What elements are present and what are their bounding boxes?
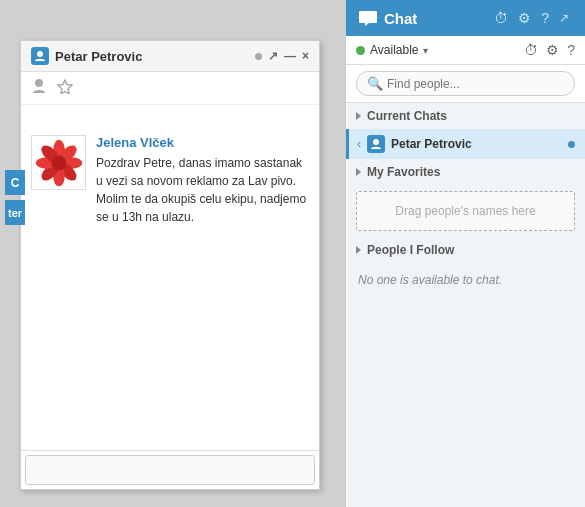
svg-point-11 (51, 155, 66, 170)
clock-icon[interactable]: ⏱ (524, 42, 538, 58)
window-controls: ↗ — × (268, 50, 309, 62)
chat-list-item[interactable]: ‹ Petar Petrovic (346, 129, 585, 159)
sidebar-header: Chat ⏱ ⚙ ? ↗ (346, 0, 585, 36)
people-follow-header[interactable]: People I Follow (346, 237, 585, 263)
current-chats-label: Current Chats (367, 109, 447, 123)
current-chats-toggle-icon (356, 112, 361, 120)
minimize-button[interactable]: — (284, 50, 296, 62)
sidebar-header-actions: ⏱ ⚙ ? ↗ (490, 8, 573, 28)
svg-marker-2 (58, 80, 72, 94)
message-content: Jelena Vlček Pozdrav Petre, danas imamo … (96, 135, 309, 226)
item-chevron-icon: ‹ (357, 137, 361, 151)
chat-titlebar: Petar Petrovic ↗ — × (21, 41, 319, 72)
drop-zone-text: Drag people's names here (395, 204, 535, 218)
status-bar: Available ▾ ⏱ ⚙ ? (346, 36, 585, 65)
chat-input[interactable] (25, 455, 315, 485)
message-text: Pozdrav Petre, danas imamo sastanak u ve… (96, 154, 309, 226)
search-box: 🔍 (356, 71, 575, 96)
status-group[interactable]: Available ▾ (356, 43, 428, 57)
my-favorites-toggle-icon (356, 168, 361, 176)
close-button[interactable]: × (302, 50, 309, 62)
people-follow-section: People I Follow No one is available to c… (346, 237, 585, 297)
sender-name: Jelena Vlček (96, 135, 309, 150)
people-follow-label: People I Follow (367, 243, 454, 257)
question-icon[interactable]: ? (567, 42, 575, 58)
chat-window: Petar Petrovic ↗ — × (20, 40, 320, 490)
svg-point-12 (373, 139, 379, 145)
sidebar-tab-ter[interactable]: ter (5, 200, 25, 225)
item-avatar-icon (367, 135, 385, 153)
svg-point-1 (35, 79, 43, 87)
search-input[interactable] (387, 77, 564, 91)
settings-icon[interactable]: ⚙ (514, 8, 535, 28)
chat-sidebar: Chat ⏱ ⚙ ? ↗ Available ▾ ⏱ ⚙ ? 🔍 (345, 0, 585, 507)
status-label: Available (370, 43, 418, 57)
my-favorites-label: My Favorites (367, 165, 440, 179)
message-item: Jelena Vlček Pozdrav Petre, danas imamo … (31, 135, 309, 226)
chat-toolbar (21, 72, 319, 105)
online-dot (255, 53, 262, 60)
chat-bubble-icon (358, 8, 378, 28)
contact-avatar-icon (31, 47, 49, 65)
current-chats-section: Current Chats ‹ Petar Petrovic (346, 103, 585, 159)
person-icon[interactable] (31, 78, 47, 98)
gear-icon[interactable]: ⚙ (546, 42, 559, 58)
search-icon: 🔍 (367, 76, 383, 91)
expand-button[interactable]: ↗ (268, 50, 278, 62)
status-indicator (356, 46, 365, 55)
chat-contact-name: Petar Petrovic (391, 137, 562, 151)
people-follow-toggle-icon (356, 246, 361, 254)
status-icons: ⏱ ⚙ ? (524, 42, 575, 58)
star-icon[interactable] (57, 78, 73, 98)
unread-dot (568, 141, 575, 148)
no-chat-message: No one is available to chat. (346, 263, 585, 297)
search-area: 🔍 (346, 65, 585, 103)
current-chats-header[interactable]: Current Chats (346, 103, 585, 129)
my-favorites-section: My Favorites Drag people's names here (346, 159, 585, 237)
contact-name: Petar Petrovic (55, 49, 249, 64)
sidebar-title-group: Chat (358, 8, 417, 28)
chat-input-area (21, 450, 319, 489)
svg-point-0 (37, 51, 43, 57)
popout-icon[interactable]: ↗ (555, 9, 573, 27)
sidebar-tab-c[interactable]: C (5, 170, 25, 195)
my-favorites-header[interactable]: My Favorites (346, 159, 585, 185)
history-icon[interactable]: ⏱ (490, 8, 512, 28)
chat-body: Jelena Vlček Pozdrav Petre, danas imamo … (21, 105, 319, 450)
message-area: Jelena Vlček Pozdrav Petre, danas imamo … (21, 105, 319, 450)
sender-avatar (31, 135, 86, 190)
status-dropdown-arrow[interactable]: ▾ (423, 45, 428, 56)
sidebar-title: Chat (384, 10, 417, 27)
favorites-drop-zone: Drag people's names here (356, 191, 575, 231)
help-icon[interactable]: ? (537, 8, 553, 28)
